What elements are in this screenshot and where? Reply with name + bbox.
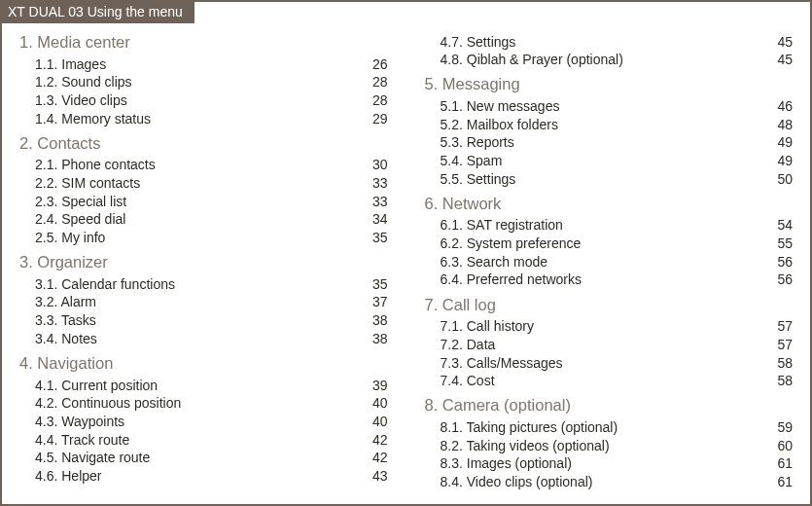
toc-entry-page: 61 — [765, 455, 793, 473]
toc-entry-page: 57 — [765, 318, 793, 336]
toc-entry: 4.4. Track route42 — [19, 431, 388, 450]
toc-entry-label: 7.4. Cost — [441, 373, 766, 390]
toc-entry-label: 4.7. Settings — [441, 34, 766, 52]
toc-entry-label: 8.4. Video clips (optional) — [441, 474, 766, 491]
toc-entry: 3.1. Calendar functions35 — [19, 275, 388, 294]
toc-entry: 6.2. System preference55 — [425, 235, 794, 254]
toc-entry-label: 5.1. New messages — [441, 98, 766, 116]
toc-entry: 3.2. Alarm37 — [19, 294, 388, 312]
toc-entry: 6.3. Search mode56 — [425, 253, 794, 271]
toc-entry-page: 59 — [765, 419, 793, 437]
toc-entry: 2.4. Speed dial34 — [19, 211, 388, 230]
toc-entry-label: 8.2. Taking videos (optional) — [441, 438, 766, 455]
toc-entry-label: 3.1. Calendar functions — [35, 276, 361, 294]
toc-entry-page: 45 — [765, 34, 793, 52]
toc-entry: 4.6. Helper43 — [19, 467, 388, 486]
toc-entry: 6.1. SAT registration54 — [425, 217, 794, 235]
toc-entry-label: 7.1. Call history — [441, 318, 766, 336]
toc-entry-page: 35 — [361, 230, 388, 247]
toc-entry-page: 46 — [765, 98, 793, 116]
toc-entry-page: 29 — [361, 111, 388, 128]
toc-entry-page: 43 — [361, 468, 388, 486]
toc-entry: 3.3. Tasks38 — [19, 312, 388, 331]
toc-entry: 4.3. Waypoints40 — [19, 413, 388, 431]
toc-entry-page: 38 — [361, 331, 388, 348]
toc-entry-label: 2.2. SIM contacts — [35, 175, 361, 193]
toc-entry: 2.3. Special list33 — [19, 193, 388, 211]
toc-entry-page: 33 — [361, 194, 388, 211]
toc-entry-page: 49 — [765, 134, 793, 152]
toc-section-heading: 1. Media center — [19, 33, 388, 52]
toc-entry-label: 6.2. System preference — [441, 235, 766, 253]
toc-entry-label: 2.5. My info — [35, 230, 361, 247]
toc-entry-page: 39 — [361, 378, 388, 395]
toc-entry-page: 61 — [765, 474, 793, 491]
toc-entry: 4.7. Settings45 — [425, 33, 794, 52]
toc-section-heading: 3. Organizer — [19, 253, 388, 271]
toc-entry-page: 28 — [361, 92, 388, 110]
toc-entry-label: 4.6. Helper — [35, 468, 361, 486]
toc-entry-label: 6.3. Search mode — [441, 254, 766, 271]
toc-entry-page: 38 — [361, 312, 388, 330]
toc-entry: 6.4. Preferred networks56 — [425, 271, 794, 290]
toc-entry-label: 4.1. Current position — [35, 378, 361, 395]
toc-entry: 4.5. Navigate route42 — [19, 450, 388, 468]
toc-entry: 1.2. Sound clips28 — [19, 74, 388, 92]
toc-entry: 4.8. Qiblah & Prayer (optional)45 — [425, 52, 794, 70]
toc-entry-label: 7.2. Data — [441, 337, 766, 354]
toc-entry-label: 1.1. Images — [35, 56, 361, 74]
toc-entry: 8.4. Video clips (optional)61 — [425, 473, 794, 491]
toc-entry-label: 2.4. Speed dial — [35, 211, 361, 229]
toc-entry-label: 8.1. Taking pictures (optional) — [441, 419, 766, 437]
page-frame: XT DUAL 03 Using the menu 1. Media cente… — [0, 0, 812, 506]
toc-entry-label: 4.2. Continuous position — [35, 395, 361, 413]
toc-entry-label: 4.3. Waypoints — [35, 414, 361, 431]
toc-entry: 1.1. Images26 — [19, 55, 388, 74]
toc-entry: 7.4. Cost58 — [425, 373, 794, 391]
toc-entry: 1.4. Memory status29 — [19, 110, 388, 128]
toc-entry: 5.4. Spam49 — [425, 152, 794, 170]
toc-entry-label: 2.1. Phone contacts — [35, 157, 361, 174]
toc-entry-page: 49 — [765, 153, 793, 170]
toc-entry: 2.1. Phone contacts30 — [19, 157, 388, 175]
toc-entry: 2.2. SIM contacts33 — [19, 174, 388, 193]
toc-entry-label: 1.2. Sound clips — [35, 74, 361, 91]
toc-entry-label: 4.8. Qiblah & Prayer (optional) — [441, 52, 766, 69]
toc-entry: 5.3. Reports49 — [425, 134, 794, 153]
toc-entry: 8.1. Taking pictures (optional)59 — [425, 418, 794, 437]
toc-entry-page: 58 — [765, 373, 793, 390]
toc-entry: 3.4. Notes38 — [19, 330, 388, 348]
toc-entry: 7.1. Call history57 — [425, 318, 794, 337]
toc-entry: 2.5. My info35 — [19, 230, 388, 248]
toc-entry-page: 55 — [765, 235, 793, 253]
toc-entry-label: 2.3. Special list — [35, 194, 361, 211]
toc-entry-label: 7.3. Calls/Messages — [441, 355, 766, 373]
toc-entry: 1.3. Video clips28 — [19, 91, 388, 110]
toc-section-heading: 7. Call log — [425, 296, 794, 314]
toc-entry-label: 3.2. Alarm — [35, 294, 361, 311]
toc-entry-label: 5.2. Mailbox folders — [441, 117, 766, 134]
toc-entry: 4.2. Continuous position40 — [19, 395, 388, 414]
toc-entry-page: 26 — [361, 56, 388, 74]
toc-entry: 5.1. New messages46 — [425, 97, 794, 116]
toc-entry-page: 42 — [361, 432, 388, 450]
toc-entry-page: 30 — [361, 157, 388, 174]
toc-entry-page: 56 — [765, 271, 793, 289]
toc-entry-page: 56 — [765, 254, 793, 271]
toc-entry: 7.2. Data57 — [425, 336, 794, 354]
toc-entry-page: 60 — [765, 438, 793, 455]
toc-entry-page: 45 — [765, 52, 793, 69]
toc-entry: 4.1. Current position39 — [19, 377, 388, 395]
toc-entry-page: 40 — [361, 395, 388, 413]
toc-entry-page: 57 — [765, 337, 793, 354]
header-tab: XT DUAL 03 Using the menu — [0, 0, 194, 23]
toc-entry-label: 5.3. Reports — [441, 134, 766, 152]
toc-entry-label: 1.3. Video clips — [35, 92, 361, 110]
toc-entry-label: 5.4. Spam — [441, 153, 766, 170]
toc-content: 1. Media center1.1. Images261.2. Sound c… — [2, 23, 810, 504]
toc-entry-page: 35 — [361, 276, 388, 294]
header-tab-title: XT DUAL 03 Using the menu — [8, 4, 183, 19]
toc-entry: 8.3. Images (optional)61 — [425, 455, 794, 474]
toc-section-heading: 4. Navigation — [19, 354, 388, 373]
toc-section-heading: 6. Network — [425, 195, 794, 213]
